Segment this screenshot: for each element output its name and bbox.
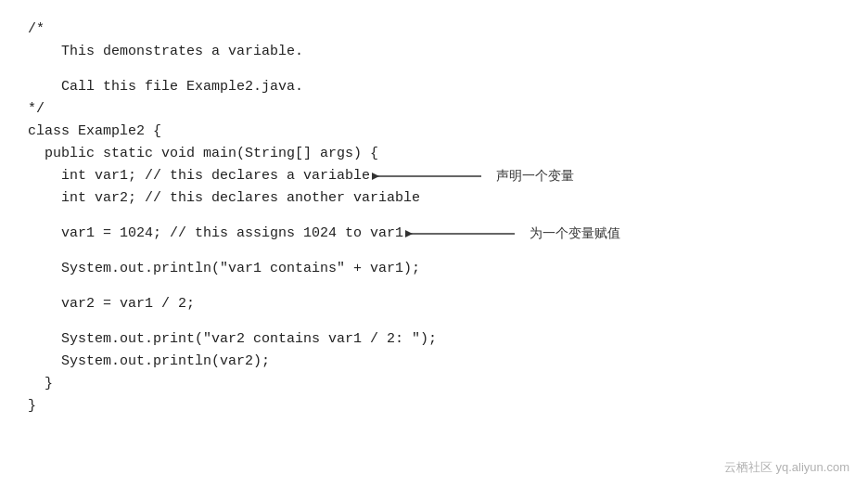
code-container: /* This demonstrates a variable. Call th… xyxy=(0,0,868,436)
code-line-13: System.out.println("var1 contains" + var… xyxy=(28,258,840,280)
annotation-var1: 声明一个变量 xyxy=(370,166,574,186)
code-text-17: System.out.print("var2 contains var1 / 2… xyxy=(28,328,437,351)
code-line-6: class Example2 { xyxy=(28,121,840,143)
code-line-5: */ xyxy=(28,98,840,121)
code-text-19: } xyxy=(28,373,53,395)
annotation-text-2: 为一个变量赋值 xyxy=(530,224,620,244)
code-line-8: int var1; // this declares a variable 声明… xyxy=(28,165,840,187)
code-line-19: } xyxy=(28,373,840,395)
code-line-20: } xyxy=(28,395,840,417)
code-text-1: /* xyxy=(28,19,45,41)
code-text-20: } xyxy=(28,395,36,417)
code-line-4: Call this file Example2.java. xyxy=(28,76,840,98)
code-line-9: int var2; // this declares another varia… xyxy=(28,187,840,210)
code-line-17: System.out.print("var2 contains var1 / 2… xyxy=(28,328,840,351)
code-line-empty-2 xyxy=(28,210,840,223)
code-text-2: This demonstrates a variable. xyxy=(28,41,303,63)
arrow-icon-2 xyxy=(405,226,526,241)
watermark-text: 云栖社区 yq.aliyun.com xyxy=(724,460,849,474)
code-text-8: int var1; // this declares a variable xyxy=(28,165,370,187)
code-text-9: int var2; // this declares another varia… xyxy=(28,187,420,210)
code-line-7: public static void main(String[] args) { xyxy=(28,143,840,165)
annotation-text-1: 声明一个变量 xyxy=(496,166,574,186)
code-text-13: System.out.println("var1 contains" + var… xyxy=(28,258,420,280)
svg-marker-1 xyxy=(372,173,379,180)
watermark: 云栖社区 yq.aliyun.com xyxy=(724,459,849,476)
code-line-empty-1 xyxy=(28,63,840,76)
code-text-11: var1 = 1024; // this assigns 1024 to var… xyxy=(28,223,403,245)
annotation-var1-assign: 为一个变量赋值 xyxy=(403,224,620,244)
svg-marker-3 xyxy=(405,230,413,237)
code-line-1: /* xyxy=(28,19,840,41)
code-line-empty-5 xyxy=(28,315,840,328)
code-text-6: class Example2 { xyxy=(28,121,161,143)
code-line-18: System.out.println(var2); xyxy=(28,351,840,373)
code-text-5: */ xyxy=(28,98,45,121)
code-line-2: This demonstrates a variable. xyxy=(28,41,840,63)
arrow-icon-1 xyxy=(372,169,492,184)
code-text-7: public static void main(String[] args) { xyxy=(28,143,378,165)
code-line-empty-3 xyxy=(28,245,840,258)
code-line-15: var2 = var1 / 2; xyxy=(28,293,840,315)
code-line-11: var1 = 1024; // this assigns 1024 to var… xyxy=(28,223,840,245)
code-text-18: System.out.println(var2); xyxy=(28,351,270,373)
code-line-empty-4 xyxy=(28,280,840,293)
code-text-15: var2 = var1 / 2; xyxy=(28,293,195,315)
code-text-4: Call this file Example2.java. xyxy=(28,76,303,98)
